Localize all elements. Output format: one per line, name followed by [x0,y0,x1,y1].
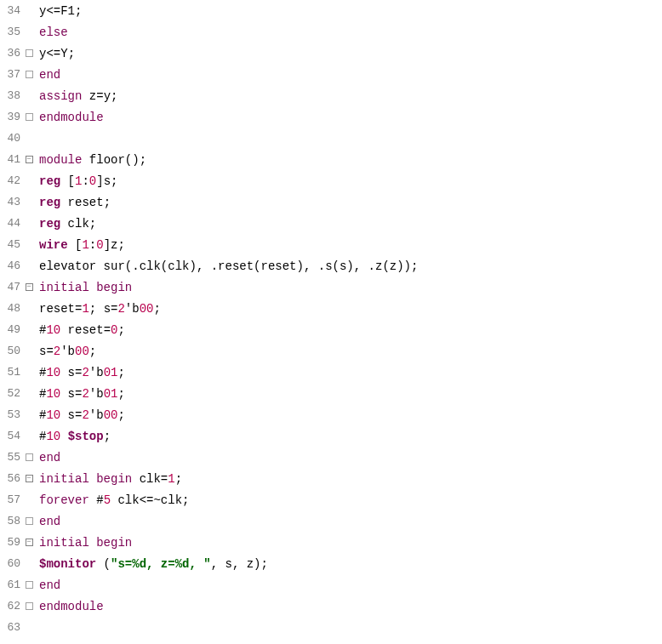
code-line[interactable]: 58end [0,510,662,532]
code-line[interactable]: 49#10 reset=0; [0,319,662,340]
code-content[interactable]: forever #5 clk<=~clk; [34,494,189,506]
code-content[interactable]: end [34,452,60,464]
code-line[interactable]: 57forever #5 clk<=~clk; [0,489,662,510]
code-content[interactable]: elevator sur(.clk(clk), .reset(reset), .… [34,260,418,272]
code-content[interactable]: y<=F1; [34,5,82,17]
code-line[interactable]: 54#10 $stop; [0,425,662,447]
code-line[interactable]: 51#10 s=2'b01; [0,362,662,383]
code-content[interactable]: reg [1:0]s; [34,175,117,187]
token-punct: ( [382,259,389,273]
token-punct: ), . [189,259,218,273]
fold-end-icon [26,113,33,121]
code-content[interactable]: #10 reset=0; [34,324,125,336]
token-punct: <=~ [140,493,161,507]
line-number: 40 [0,133,24,144]
code-line[interactable]: 34y<=F1; [0,0,662,21]
code-content[interactable]: end [34,516,60,527]
code-line[interactable]: 53#10 s=2'b00; [0,404,662,425]
code-line[interactable]: 35else [0,21,662,43]
code-line[interactable]: 50s=2'b00; [0,340,662,362]
code-content[interactable]: #10 s=2'b01; [34,367,125,379]
code-editor[interactable]: 34y<=F1;35else36y<=Y;37end38assign z=y;3… [0,0,662,638]
code-line[interactable]: 39endmodule [0,106,662,128]
code-line[interactable]: 59−initial begin [0,532,662,553]
code-content[interactable]: $monitor ("s=%d, z=%d, ", s, z); [34,558,268,570]
code-line[interactable]: 63 [0,617,662,638]
token-punct: ; [111,174,117,188]
token-punct: ), . [346,259,375,273]
code-line[interactable]: 61end [0,574,662,596]
token-kw2: end [39,68,60,82]
code-content[interactable]: #10 s=2'b00; [34,409,125,421]
code-content[interactable]: y<=Y; [34,48,75,60]
code-line[interactable]: 46elevator sur(.clk(clk), .reset(reset),… [0,255,662,276]
code-content[interactable]: wire [1:0]z; [34,239,125,251]
code-line[interactable]: 47−initial begin [0,276,662,298]
token-punct: ; [75,4,82,18]
token-ident: reset [60,323,103,337]
line-number: 61 [0,579,24,590]
fold-toggle-icon[interactable]: − [26,475,33,482]
code-line[interactable]: 44reg clk; [0,213,662,234]
token-punct: ; [104,430,111,443]
code-line[interactable]: 56−initial begin clk=1; [0,468,662,489]
token-kw: reg [39,196,60,209]
code-line[interactable]: 62endmodule [0,596,662,617]
fold-toggle-icon[interactable]: − [26,283,33,291]
code-content[interactable]: reg reset; [34,197,111,208]
token-ident [89,472,96,486]
code-line[interactable]: 60$monitor ("s=%d, z=%d, ", s, z); [0,553,662,574]
token-punct: [ [60,174,75,188]
line-number: 37 [0,69,24,80]
code-line[interactable]: 38assign z=y; [0,85,662,106]
fold-toggle-icon[interactable]: − [26,539,33,546]
fold-toggle-icon[interactable]: − [26,156,33,163]
line-number: 55 [0,452,24,463]
code-content[interactable]: s=2'b00; [34,345,96,357]
token-kw2: initial [39,472,89,486]
code-line[interactable]: 43reg reset; [0,191,662,213]
code-line[interactable]: 52#10 s=2'b01; [0,383,662,404]
token-ident [89,536,96,550]
fold-gutter[interactable]: − [24,475,34,482]
code-content[interactable]: initial begin [34,537,132,549]
line-number: 52 [0,388,24,399]
fold-gutter [24,71,34,78]
code-content[interactable]: #10 s=2'b01; [34,388,125,400]
code-content[interactable]: endmodule [34,601,104,613]
fold-gutter[interactable]: − [24,539,34,546]
token-kw2: else [39,26,68,39]
code-content[interactable]: endmodule [34,111,104,123]
code-line[interactable]: 42reg [1:0]s; [0,170,662,191]
code-line[interactable]: 37end [0,64,662,85]
code-line[interactable]: 45wire [1:0]z; [0,234,662,255]
token-num: 1 [82,302,88,316]
code-content[interactable]: assign z=y; [34,90,117,102]
token-num: 00 [75,345,89,358]
code-content[interactable]: initial begin [34,282,132,294]
code-content[interactable]: reg clk; [34,218,96,230]
code-line[interactable]: 48reset=1; s=2'b00; [0,298,662,319]
code-line[interactable]: 36y<=Y; [0,43,662,64]
code-line[interactable]: 41−module floor(); [0,149,662,170]
fold-gutter[interactable]: − [24,283,34,291]
code-content[interactable]: #10 $stop; [34,430,111,442]
code-content[interactable]: module floor(); [34,154,146,166]
code-content[interactable]: initial begin clk=1; [34,473,182,485]
code-content[interactable]: end [34,579,60,591]
token-ident: s [60,387,75,401]
token-punct: [ [68,238,83,252]
token-kw: reg [39,217,60,231]
code-content[interactable]: reset=1; s=2'b00; [34,303,161,315]
code-content[interactable]: else [34,26,68,38]
token-num: 1 [168,472,174,486]
fold-gutter [24,113,34,121]
fold-gutter[interactable]: − [24,156,34,163]
code-line[interactable]: 55end [0,447,662,468]
code-content[interactable]: end [34,69,60,81]
line-number: 49 [0,324,24,335]
token-ident: clk [161,493,182,507]
line-number: 42 [0,175,24,186]
code-line[interactable]: 40 [0,128,662,149]
token-punct: 'b [89,408,104,422]
